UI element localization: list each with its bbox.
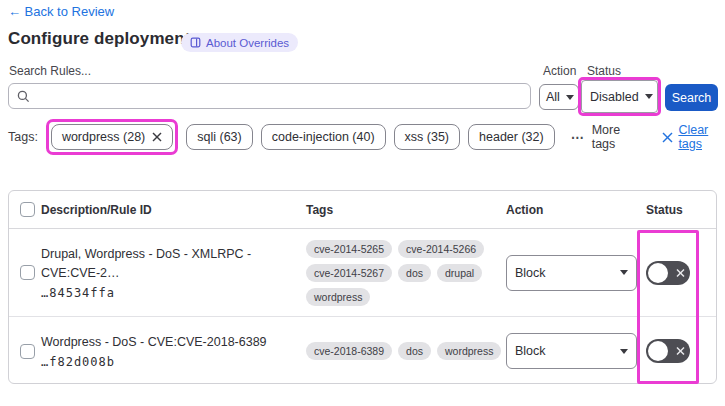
- search-rules-input[interactable]: [36, 89, 522, 103]
- toggle-knob: [648, 263, 668, 283]
- clear-icon: [662, 132, 673, 143]
- selected-tag-highlight: wordpress (28): [46, 119, 178, 155]
- select-all-checkbox[interactable]: [20, 202, 35, 217]
- more-tags-button[interactable]: ⋯ More tags: [571, 123, 637, 151]
- status-toggle[interactable]: [646, 261, 690, 285]
- more-tags-label: More tags: [592, 123, 637, 151]
- search-rules-box[interactable]: [8, 83, 531, 109]
- tag-chip-xss[interactable]: xss (35): [394, 124, 460, 150]
- action-select[interactable]: Block: [506, 255, 637, 291]
- rule-id: …f82d008b: [41, 355, 267, 369]
- toggle-off-icon: [676, 268, 685, 277]
- clear-tags-label: Clear tags: [678, 123, 725, 151]
- page-title: Configure deployment: [8, 29, 190, 49]
- table-row: Wordpress - DoS - CVE:CVE-2018-6389 …f82…: [9, 316, 716, 385]
- action-select-value: Block: [515, 344, 546, 358]
- status-label: Status: [587, 64, 621, 78]
- back-to-review-link[interactable]: ← Back to Review: [8, 4, 114, 19]
- status-dropdown-highlight: Disabled: [578, 77, 661, 116]
- action-select-value: Block: [515, 266, 546, 280]
- search-rules-label: Search Rules...: [9, 64, 91, 78]
- action-filter-dropdown[interactable]: All: [539, 84, 579, 110]
- rule-tag: cve-2014-5267: [306, 264, 392, 282]
- action-filter-value: All: [546, 90, 560, 104]
- about-overrides-icon: [190, 37, 201, 48]
- rule-tag: dos: [398, 264, 431, 282]
- rule-tag: dos: [398, 342, 431, 360]
- rules-table: Description/Rule ID Tags Action Status D…: [8, 190, 717, 384]
- tag-chip-header[interactable]: header (32): [468, 124, 555, 150]
- rule-tag: drupal: [437, 264, 482, 282]
- about-overrides-badge[interactable]: About Overrides: [181, 33, 298, 52]
- chevron-down-icon: [620, 349, 628, 354]
- action-select[interactable]: Block: [506, 333, 637, 369]
- remove-tag-icon[interactable]: [152, 132, 162, 142]
- rule-description: Wordpress - DoS - CVE:CVE-2018-6389: [41, 333, 267, 352]
- tags-filter-bar: Tags: wordpress (28) sqli (63) code-inje…: [8, 120, 725, 154]
- tags-label: Tags:: [8, 130, 38, 144]
- column-header-status: Status: [646, 191, 683, 229]
- search-icon: [17, 90, 30, 103]
- action-label: Action: [543, 64, 576, 78]
- tag-chip-sqli[interactable]: sqli (63): [186, 124, 252, 150]
- ellipsis-icon: ⋯: [571, 130, 585, 145]
- clear-tags-button[interactable]: Clear tags: [662, 123, 725, 151]
- rule-tag: cve-2018-6389: [306, 342, 392, 360]
- status-filter-dropdown[interactable]: Disabled: [581, 80, 658, 113]
- chevron-down-icon: [645, 94, 653, 99]
- rule-tag: wordpress: [306, 288, 370, 306]
- tag-chip-label: wordpress (28): [62, 130, 145, 144]
- tag-chip-code-injection[interactable]: code-injection (40): [261, 124, 386, 150]
- column-header-action: Action: [506, 191, 543, 229]
- table-header-row: Description/Rule ID Tags Action Status: [9, 191, 716, 229]
- toggle-knob: [648, 341, 668, 361]
- status-toggle[interactable]: [646, 339, 690, 363]
- table-row: Drupal, Wordpress - DoS - XMLRPC - CVE:C…: [9, 229, 716, 316]
- chevron-down-icon: [566, 95, 574, 100]
- status-filter-value: Disabled: [590, 90, 639, 104]
- search-button[interactable]: Search: [665, 84, 718, 111]
- toggle-off-icon: [676, 347, 685, 356]
- rule-id: …84534ffa: [41, 286, 299, 300]
- about-overrides-label: About Overrides: [206, 37, 289, 49]
- row-checkbox[interactable]: [20, 265, 35, 280]
- column-header-tags: Tags: [306, 191, 333, 229]
- chevron-down-icon: [620, 270, 628, 275]
- column-header-description: Description/Rule ID: [41, 191, 152, 229]
- row-checkbox[interactable]: [20, 344, 35, 359]
- rule-tag: cve-2014-5266: [398, 240, 484, 258]
- tag-chip-wordpress[interactable]: wordpress (28): [51, 124, 173, 150]
- rule-tag: cve-2014-5265: [306, 240, 392, 258]
- rule-description: Drupal, Wordpress - DoS - XMLRPC - CVE:C…: [41, 245, 299, 283]
- rule-tag: wordpress: [437, 342, 501, 360]
